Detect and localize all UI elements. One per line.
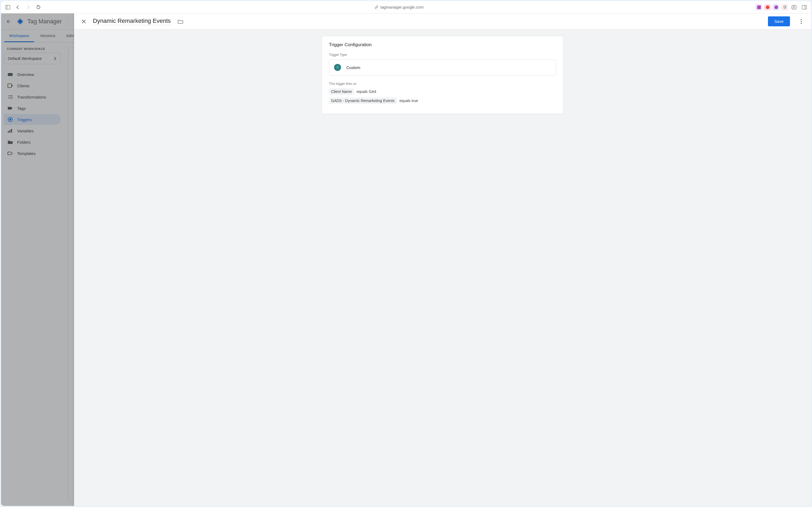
config-title: Trigger Configuration xyxy=(329,42,556,48)
trigger-type-label: Trigger Type xyxy=(329,53,556,57)
extensions-group: 🟪 🔴 🟣 🛡️ xyxy=(756,3,808,11)
url-text: tagmanager.google.com xyxy=(381,5,424,9)
condition-variable: GADS - Dynamic Remarketing Events xyxy=(329,98,397,104)
condition-row: GADS - Dynamic Remarketing Events equals… xyxy=(329,98,556,104)
svg-point-18 xyxy=(801,21,802,22)
reload-icon[interactable] xyxy=(35,3,43,11)
extension-icon[interactable]: 🛡️ xyxy=(781,4,788,10)
panel-right-icon[interactable] xyxy=(800,3,808,11)
svg-point-19 xyxy=(801,23,802,24)
trigger-type-selector[interactable]: Custom xyxy=(329,59,556,75)
svg-rect-6 xyxy=(802,5,807,9)
panel-title[interactable]: Dynamic Remarketing Events xyxy=(93,17,171,25)
nav-forward-icon xyxy=(24,3,32,11)
save-button[interactable]: Save xyxy=(768,16,790,26)
condition-variable: Client Name xyxy=(329,88,354,95)
trigger-configuration-card[interactable]: Trigger Configuration Trigger Type Custo… xyxy=(322,36,563,114)
condition-row: Client Name equals GA4 xyxy=(329,88,556,95)
extension-icon[interactable]: 🟪 xyxy=(756,4,762,10)
link-icon xyxy=(374,5,379,9)
svg-rect-0 xyxy=(6,5,10,9)
url-bar[interactable]: tagmanager.google.com xyxy=(45,5,753,9)
svg-point-17 xyxy=(801,19,802,20)
extension-icon[interactable]: 🟣 xyxy=(773,4,779,10)
condition-op-value: equals true xyxy=(400,99,418,103)
trigger-type-name: Custom xyxy=(346,65,360,70)
custom-trigger-icon xyxy=(334,64,341,71)
fires-on-label: This trigger fires on xyxy=(329,82,556,86)
browser-toolbar: tagmanager.google.com 🟪 🔴 🟣 🛡️ xyxy=(1,1,811,13)
folder-icon[interactable] xyxy=(177,18,184,25)
panel-header: Dynamic Remarketing Events Save xyxy=(74,13,811,30)
panel-body: Trigger Configuration Trigger Type Custo… xyxy=(74,30,811,506)
condition-op-value: equals GA4 xyxy=(357,90,376,94)
reader-icon[interactable] xyxy=(790,3,798,11)
close-icon[interactable] xyxy=(79,17,88,26)
sidebar-toggle-icon[interactable] xyxy=(4,3,12,11)
more-options-icon[interactable] xyxy=(797,17,806,26)
extension-icon[interactable]: 🔴 xyxy=(764,4,771,10)
trigger-editor-panel: Dynamic Remarketing Events Save Trigger … xyxy=(74,13,811,506)
nav-back-icon[interactable] xyxy=(14,3,22,11)
